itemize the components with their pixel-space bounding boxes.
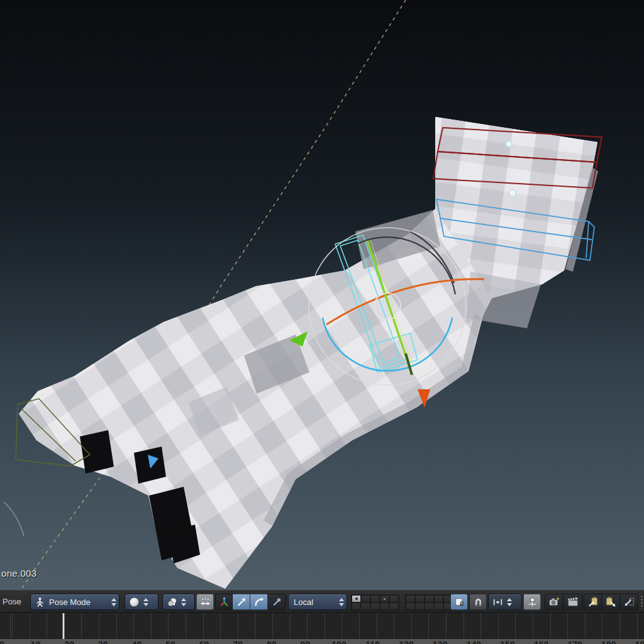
layer-cell[interactable] [361, 602, 370, 610]
snap-element-stepper[interactable] [507, 598, 512, 606]
frame-number: 90 [301, 640, 311, 644]
frame-number: 110 [365, 640, 380, 644]
shading-dropdown[interactable] [125, 594, 158, 610]
frame-number: 150 [500, 640, 514, 644]
bone-joint-dot[interactable] [509, 190, 516, 197]
paste-flipped-pose-button[interactable] [620, 594, 638, 610]
orientation-stepper[interactable] [339, 598, 344, 606]
scale-icon [271, 597, 282, 608]
viewport-scene [0, 0, 644, 590]
manipulator-axis-button[interactable] [215, 594, 233, 610]
layer-grid [351, 594, 399, 611]
opengl-render-anim-button[interactable] [564, 594, 582, 610]
frame-number: 20 [64, 640, 74, 644]
frame-number: 50 [165, 640, 175, 644]
active-bone-label: one.003 [1, 568, 36, 579]
timeline-frame-numbers: 0102030405060708090100110120130140150160… [0, 639, 644, 644]
opengl-render-image-button[interactable] [545, 594, 564, 610]
mode-dropdown[interactable]: Pose Mode [30, 594, 119, 610]
manipulator-buttons [215, 594, 286, 610]
manipulator-scale-button[interactable] [268, 594, 286, 610]
shading-stepper[interactable] [143, 598, 148, 606]
axis-gizmo-icon [219, 597, 230, 608]
layer-cell[interactable] [370, 595, 380, 602]
scene-lock-button[interactable] [450, 594, 468, 610]
manipulator-rotate-button[interactable] [250, 594, 268, 610]
mode-label: Pose Mode [48, 597, 92, 607]
layer-cell[interactable] [380, 595, 389, 602]
layer-grid [405, 594, 453, 611]
pivot-stepper[interactable] [181, 598, 186, 606]
timeline[interactable]: 0102030405060708090100110120130140150160… [0, 613, 644, 644]
timeline-ruler[interactable] [0, 613, 644, 639]
frame-number: 190 [635, 640, 644, 644]
orientation-dropdown[interactable]: Local [288, 594, 347, 610]
frame-number: 160 [534, 640, 548, 644]
pivot-dropdown[interactable] [162, 594, 195, 610]
frame-number: 170 [568, 640, 582, 644]
clapperboard-icon [567, 596, 579, 608]
sphere-shading-icon [129, 597, 140, 608]
frame-number: 40 [132, 640, 142, 644]
layer-cell[interactable] [425, 602, 434, 610]
layer-cell[interactable] [434, 602, 443, 610]
layers-widget [351, 594, 453, 611]
manipulate-centers-icon [200, 597, 211, 608]
viewport-header: Pose Pose Mode [0, 590, 644, 613]
layer-cell[interactable] [415, 595, 425, 602]
3d-viewport[interactable]: one.003 [0, 0, 644, 590]
armature-icon [35, 597, 45, 608]
blender-window: one.003 Pose Pose Mode [0, 0, 644, 644]
snap-target-button[interactable] [523, 594, 541, 610]
layer-cell[interactable] [389, 602, 399, 610]
frame-number: 30 [98, 640, 108, 644]
bone-joint-dot[interactable] [506, 141, 512, 147]
orientation-label: Local [292, 597, 314, 607]
layer-cell[interactable] [352, 595, 361, 602]
layer-cell[interactable] [361, 595, 370, 602]
header-overflow-dots[interactable] [640, 595, 643, 609]
frame-number: 70 [233, 640, 243, 644]
magnet-icon [473, 597, 484, 608]
frame-number: 0 [0, 640, 4, 644]
pivot-point-icon [167, 597, 177, 608]
menu-pose[interactable]: Pose [3, 597, 21, 606]
snap-element-dropdown[interactable] [488, 594, 522, 610]
pose-clipboard-buttons [584, 594, 638, 610]
layer-cell[interactable] [370, 602, 380, 610]
render-buttons [545, 594, 582, 610]
layer-cell[interactable] [406, 595, 415, 602]
paste-pose-button[interactable] [602, 594, 620, 610]
paste-flipped-pose-icon [623, 596, 635, 608]
timeline-playhead[interactable] [62, 613, 65, 639]
layer-cell[interactable] [425, 595, 434, 602]
frame-number: 10 [31, 640, 41, 644]
layer-cell[interactable] [380, 602, 389, 610]
layer-cell[interactable] [434, 595, 443, 602]
layer-cell[interactable] [352, 602, 361, 610]
frame-number: 60 [199, 640, 209, 644]
frame-number: 140 [467, 640, 481, 644]
frame-number: 120 [399, 640, 414, 644]
layer-cell[interactable] [415, 602, 425, 610]
frame-number: 180 [601, 640, 616, 644]
copy-pose-button[interactable] [584, 594, 602, 610]
translate-arrow-icon [236, 597, 247, 608]
camera-icon [548, 596, 560, 608]
frame-number: 80 [267, 640, 277, 644]
snap-target-icon [527, 597, 538, 608]
increment-snap-icon [492, 597, 503, 608]
mode-stepper[interactable] [111, 598, 116, 606]
snap-toggle-button[interactable] [469, 594, 487, 610]
manipulate-centers-toggle[interactable] [196, 594, 214, 610]
frame-number: 100 [331, 640, 346, 644]
copy-pose-icon [587, 596, 599, 608]
manipulator-translate-button[interactable] [233, 594, 250, 610]
lock-icon [454, 597, 465, 608]
rotate-arc-icon [253, 597, 264, 608]
frame-number: 130 [433, 640, 447, 644]
paste-pose-icon [605, 596, 616, 608]
layer-cell[interactable] [389, 595, 399, 602]
mesh-black-block [80, 430, 114, 474]
layer-cell[interactable] [406, 602, 415, 610]
